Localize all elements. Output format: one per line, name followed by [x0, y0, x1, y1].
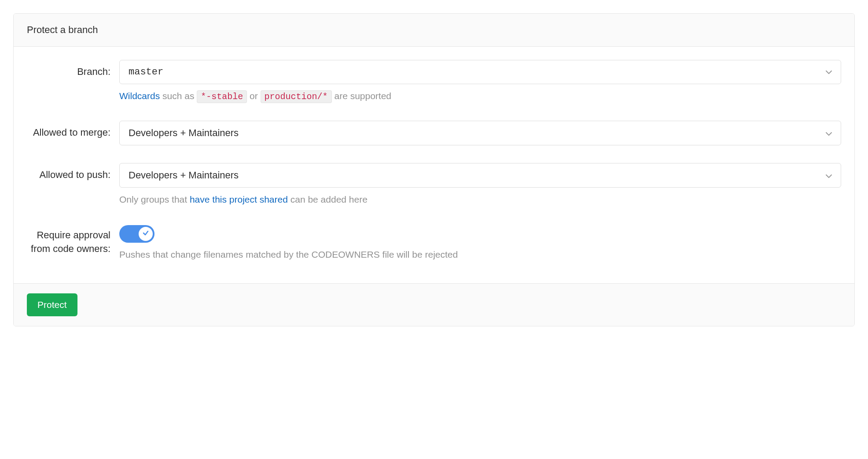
branch-help-text-1: such as: [160, 91, 197, 101]
merge-label: Allowed to merge:: [27, 121, 119, 140]
branch-label: Branch:: [27, 60, 119, 79]
project-shared-link[interactable]: have this project shared: [190, 194, 288, 204]
push-dropdown[interactable]: Developers + Maintainers: [119, 163, 841, 188]
merge-value: Developers + Maintainers: [129, 127, 239, 139]
merge-row: Allowed to merge: Developers + Maintaine…: [27, 121, 841, 145]
branch-help: Wildcards such as *-stable or production…: [119, 89, 841, 103]
wildcard-example-2: production/*: [261, 90, 332, 103]
branch-value: master: [129, 67, 163, 78]
wildcards-link[interactable]: Wildcards: [119, 91, 160, 101]
check-icon: [143, 230, 149, 238]
chevron-down-icon: [826, 67, 832, 78]
push-help-text-2: can be added here: [288, 194, 368, 204]
merge-dropdown[interactable]: Developers + Maintainers: [119, 121, 841, 145]
protect-button[interactable]: Protect: [27, 293, 77, 316]
codeowners-help: Pushes that change filenames matched by …: [119, 248, 841, 261]
push-row: Allowed to push: Developers + Maintainer…: [27, 163, 841, 206]
panel-body: Branch: master Wildcards such as *-stabl…: [14, 47, 854, 283]
panel-title: Protect a branch: [27, 24, 98, 35]
push-control-wrap: Developers + Maintainers Only groups tha…: [119, 163, 841, 206]
wildcard-example-1: *-stable: [197, 90, 247, 103]
push-label: Allowed to push:: [27, 163, 119, 182]
codeowners-row: Require approval from code owners: Pushe…: [27, 223, 841, 261]
codeowners-control-wrap: Pushes that change filenames matched by …: [119, 223, 841, 261]
toggle-knob: [139, 227, 153, 241]
branch-help-text-3: are supported: [332, 91, 391, 101]
codeowners-toggle[interactable]: [119, 225, 154, 243]
chevron-down-icon: [826, 127, 832, 139]
protect-branch-panel: Protect a branch Branch: master Wildcard…: [13, 13, 855, 326]
branch-control-wrap: master Wildcards such as *-stable or pro…: [119, 60, 841, 103]
merge-control-wrap: Developers + Maintainers: [119, 121, 841, 145]
branch-help-text-2: or: [247, 91, 260, 101]
push-value: Developers + Maintainers: [129, 170, 239, 181]
push-help-text-1: Only groups that: [119, 194, 190, 204]
panel-footer: Protect: [14, 283, 854, 326]
push-help: Only groups that have this project share…: [119, 193, 841, 206]
branch-dropdown[interactable]: master: [119, 60, 841, 84]
chevron-down-icon: [826, 170, 832, 181]
panel-header: Protect a branch: [14, 14, 854, 47]
branch-row: Branch: master Wildcards such as *-stabl…: [27, 60, 841, 103]
codeowners-label: Require approval from code owners:: [27, 223, 119, 256]
